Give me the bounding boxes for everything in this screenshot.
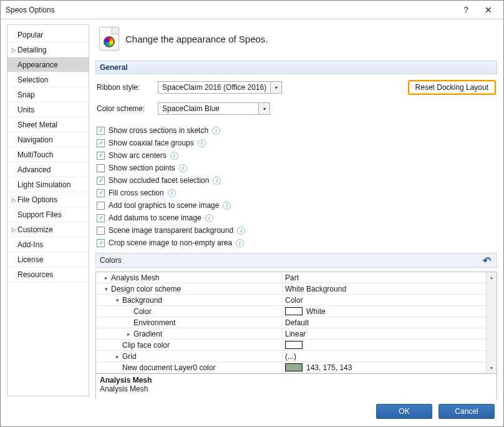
sidebar-item-label: Appearance bbox=[17, 61, 58, 69]
ribbon-style-dropdown-button[interactable]: ▾ bbox=[271, 81, 282, 94]
sidebar-item-detailing[interactable]: ▷Detailing bbox=[7, 42, 89, 57]
checkbox[interactable]: ✓ bbox=[97, 127, 105, 135]
property-row[interactable]: ▾Design color schemeWhite Background bbox=[96, 283, 486, 295]
sidebar-item-support-files[interactable]: Support Files bbox=[7, 207, 89, 222]
sidebar-item-advanced[interactable]: Advanced bbox=[7, 162, 89, 177]
sidebar-item-label: License bbox=[17, 255, 43, 264]
color-scheme-dropdown[interactable]: SpaceClaim Blue ▾ bbox=[158, 102, 270, 115]
property-value[interactable]: White Background bbox=[282, 285, 486, 293]
checkbox-label: Show section points bbox=[109, 164, 175, 172]
sidebar-item-multitouch[interactable]: MultiTouch bbox=[7, 147, 89, 162]
checkbox[interactable]: ✓ bbox=[97, 152, 105, 160]
sidebar-item-units[interactable]: Units bbox=[7, 102, 89, 117]
property-value[interactable]: White bbox=[282, 307, 486, 316]
option-row: ✓Fill cross sectioni bbox=[95, 187, 497, 199]
content: Change the appearance of Speos. General … bbox=[95, 24, 497, 396]
property-row[interactable]: ▾BackgroundColor bbox=[96, 295, 486, 306]
sidebar-item-selection[interactable]: Selection bbox=[7, 72, 89, 87]
checkbox[interactable] bbox=[97, 227, 105, 235]
ribbon-style-dropdown[interactable]: SpaceClaim 2016 (Office 2016) ▾ bbox=[158, 81, 282, 94]
ok-button[interactable]: OK bbox=[376, 404, 432, 419]
expand-right-icon[interactable]: ▸ bbox=[125, 330, 132, 338]
checkbox-label: Fill cross section bbox=[109, 189, 164, 197]
appearance-checkboxes: ✓Show cross sections in sketchi✓Show coa… bbox=[95, 124, 497, 249]
property-row[interactable]: Clip face color bbox=[96, 340, 486, 351]
option-row: Show section pointsi bbox=[95, 162, 497, 174]
checkbox[interactable]: ✓ bbox=[97, 177, 105, 185]
info-icon[interactable]: i bbox=[212, 127, 220, 135]
close-button[interactable]: ✕ bbox=[477, 1, 500, 19]
checkbox[interactable] bbox=[97, 202, 105, 210]
info-icon[interactable]: i bbox=[237, 227, 245, 235]
property-value[interactable]: Default bbox=[282, 318, 486, 327]
info-icon[interactable]: i bbox=[236, 239, 244, 247]
checkbox-label: Show coaxial face groups bbox=[109, 139, 194, 147]
help-button[interactable]: ? bbox=[455, 1, 477, 19]
property-value[interactable]: Linear bbox=[282, 330, 486, 338]
property-value[interactable]: (...) bbox=[282, 352, 486, 361]
info-icon[interactable]: i bbox=[213, 177, 221, 185]
option-row: Scene image transparent backgroundi bbox=[95, 224, 497, 237]
checkbox[interactable]: ✓ bbox=[97, 214, 105, 222]
sidebar-item-customize[interactable]: ▷Customize bbox=[7, 222, 89, 237]
sidebar-item-light-simulation[interactable]: Light Simulation bbox=[7, 177, 89, 192]
expand-down-icon[interactable]: ▾ bbox=[114, 297, 121, 304]
expand-right-icon[interactable]: ▸ bbox=[114, 353, 121, 360]
property-description-body: Analysis Mesh bbox=[100, 385, 493, 393]
property-row[interactable]: ▸Grid(...) bbox=[96, 351, 486, 362]
scroll-track[interactable] bbox=[487, 283, 497, 363]
general-section-header: General bbox=[95, 61, 497, 74]
info-icon[interactable]: i bbox=[223, 202, 231, 210]
help-icon: ? bbox=[463, 5, 468, 14]
colors-property-grid: ▸Analysis MeshPart▾Design color schemeWh… bbox=[95, 272, 497, 399]
property-name: Grid bbox=[122, 352, 137, 361]
checkbox[interactable] bbox=[97, 164, 105, 172]
property-row[interactable]: ColorWhite bbox=[96, 306, 486, 317]
property-row[interactable]: EnvironmentDefault bbox=[96, 317, 486, 328]
property-grid-scrollbar[interactable]: ▴ ▾ bbox=[486, 272, 497, 373]
checkbox[interactable]: ✓ bbox=[97, 189, 105, 197]
sidebar-item-resources[interactable]: Resources bbox=[7, 267, 89, 282]
info-icon[interactable]: i bbox=[198, 139, 206, 147]
sidebar-item-sheet-metal[interactable]: Sheet Metal bbox=[7, 117, 89, 132]
property-value[interactable] bbox=[282, 341, 486, 349]
info-icon[interactable]: i bbox=[179, 164, 187, 172]
property-row[interactable]: New document Layer0 color143, 175, 143 bbox=[96, 362, 486, 373]
revert-colors-button[interactable]: ↶ bbox=[480, 255, 493, 266]
page-title: Change the appearance of Speos. bbox=[125, 34, 268, 44]
sidebar-item-popular[interactable]: Popular bbox=[7, 27, 89, 42]
property-value-text: White bbox=[306, 307, 326, 316]
option-row: ✓Show cross sections in sketchi bbox=[95, 124, 497, 137]
property-name: Design color scheme bbox=[111, 285, 181, 293]
info-icon[interactable]: i bbox=[168, 189, 176, 197]
info-icon[interactable]: i bbox=[205, 214, 213, 222]
sidebar-item-appearance[interactable]: Appearance bbox=[7, 57, 89, 72]
info-icon[interactable]: i bbox=[170, 152, 178, 160]
checkbox-label: Show arc centers bbox=[109, 151, 167, 160]
property-row[interactable]: ▸GradientLinear bbox=[96, 328, 486, 340]
property-row[interactable]: ▸Analysis MeshPart bbox=[96, 272, 486, 283]
property-value-text: Color bbox=[285, 296, 303, 305]
expand-right-icon[interactable]: ▸ bbox=[102, 274, 110, 282]
reset-docking-layout-button[interactable]: Reset Docking Layout bbox=[408, 80, 496, 95]
cancel-button[interactable]: Cancel bbox=[439, 404, 495, 419]
expand-down-icon[interactable]: ▾ bbox=[102, 285, 110, 293]
sidebar-item-file-options[interactable]: ▷File Options bbox=[7, 192, 89, 207]
property-value[interactable]: Part bbox=[282, 273, 486, 282]
sidebar-item-snap[interactable]: Snap bbox=[7, 87, 89, 102]
checkbox[interactable]: ✓ bbox=[97, 239, 105, 247]
property-value[interactable]: Color bbox=[282, 296, 486, 305]
sidebar-item-label: Sheet Metal bbox=[17, 120, 57, 129]
colors-section-label: Colors bbox=[100, 256, 480, 265]
sidebar-item-add-ins[interactable]: Add-Ins bbox=[7, 237, 89, 252]
property-value[interactable]: 143, 175, 143 bbox=[282, 363, 486, 372]
sidebar-item-license[interactable]: License bbox=[7, 252, 89, 267]
color-swatch bbox=[285, 363, 303, 371]
chevron-down-icon: ▾ bbox=[275, 85, 278, 91]
color-scheme-dropdown-button[interactable]: ▾ bbox=[259, 102, 270, 115]
sidebar-item-navigation[interactable]: Navigation bbox=[7, 132, 89, 147]
checkbox[interactable]: ✓ bbox=[97, 139, 105, 147]
check-icon: ✓ bbox=[99, 240, 104, 246]
scroll-up-button[interactable]: ▴ bbox=[487, 272, 497, 283]
scroll-down-button[interactable]: ▾ bbox=[487, 363, 497, 373]
